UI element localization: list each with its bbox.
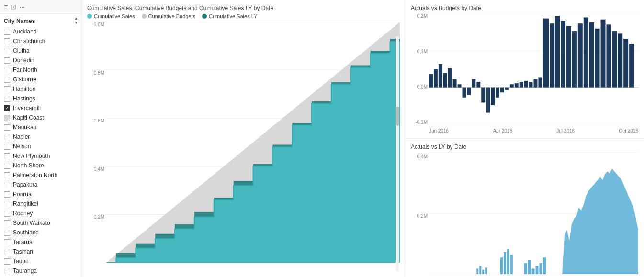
list-item[interactable]: New Plymouth bbox=[0, 151, 82, 161]
list-item[interactable]: Porirua bbox=[0, 189, 82, 199]
left-chart-svg bbox=[106, 22, 400, 263]
list-item[interactable]: North Shore bbox=[0, 161, 82, 170]
checkbox[interactable] bbox=[4, 77, 10, 83]
list-item[interactable]: Rodney bbox=[0, 209, 82, 218]
list-item[interactable]: Christchurch bbox=[0, 36, 82, 46]
right-charts: Actuals vs Budgets by Date 0.2M 0.1M 0.0… bbox=[405, 0, 644, 277]
grid-icon[interactable]: ⊡ bbox=[11, 3, 16, 11]
svg-rect-49 bbox=[520, 82, 523, 88]
checkbox[interactable] bbox=[4, 220, 10, 226]
checkbox[interactable] bbox=[4, 96, 10, 102]
checkbox[interactable] bbox=[4, 67, 10, 73]
list-item[interactable]: Tararua bbox=[0, 237, 82, 247]
scrollbar-track[interactable] bbox=[396, 36, 399, 271]
checkbox[interactable] bbox=[4, 124, 10, 131]
list-item[interactable]: Southland bbox=[0, 228, 82, 237]
list-item[interactable]: Rangitikei bbox=[0, 199, 82, 209]
city-label: Napier bbox=[13, 133, 30, 140]
checkbox[interactable] bbox=[4, 153, 10, 159]
checkbox[interactable] bbox=[4, 239, 10, 245]
svg-rect-47 bbox=[510, 84, 514, 87]
svg-rect-68 bbox=[500, 257, 503, 274]
city-label: Hamilton bbox=[13, 86, 35, 92]
actuals-ly-svg bbox=[429, 152, 638, 274]
scrollbar-thumb[interactable] bbox=[396, 107, 399, 126]
list-item[interactable]: Clutha bbox=[0, 46, 82, 55]
x-label: Apr 2016 bbox=[493, 128, 512, 133]
checkbox[interactable] bbox=[4, 163, 10, 169]
checkbox[interactable] bbox=[4, 29, 10, 35]
svg-rect-37 bbox=[612, 31, 617, 88]
checkbox[interactable] bbox=[4, 57, 10, 64]
checkbox[interactable] bbox=[4, 38, 10, 44]
svg-rect-40 bbox=[629, 44, 634, 88]
x-label: Jan 2016 bbox=[429, 128, 449, 133]
list-item[interactable]: Far North bbox=[0, 65, 82, 75]
checkbox[interactable] bbox=[4, 134, 10, 140]
checkbox[interactable] bbox=[4, 182, 10, 188]
svg-rect-41 bbox=[481, 88, 485, 103]
checkbox[interactable] bbox=[4, 48, 10, 54]
checkbox[interactable] bbox=[4, 258, 10, 265]
checkbox[interactable] bbox=[4, 201, 10, 207]
svg-rect-70 bbox=[507, 249, 509, 274]
svg-rect-32 bbox=[584, 17, 588, 87]
list-item[interactable]: Papakura bbox=[0, 180, 82, 189]
svg-rect-15 bbox=[434, 69, 438, 88]
list-item[interactable]: Auckland bbox=[0, 27, 82, 36]
list-item[interactable]: Hamilton bbox=[0, 84, 82, 94]
list-item[interactable]: Manukau bbox=[0, 122, 82, 132]
city-label: Invercargill bbox=[13, 105, 41, 111]
svg-rect-28 bbox=[561, 21, 565, 88]
svg-rect-22 bbox=[467, 88, 471, 95]
actuals-budgets-svg bbox=[429, 13, 638, 125]
list-item[interactable]: Invercargill bbox=[0, 103, 82, 113]
list-item[interactable]: Taupo bbox=[0, 256, 82, 266]
list-item[interactable]: Tasman bbox=[0, 247, 82, 256]
list-item[interactable]: South Waikato bbox=[0, 218, 82, 228]
more-icon[interactable]: ··· bbox=[19, 3, 25, 11]
checkbox[interactable] bbox=[4, 115, 10, 121]
checkbox[interactable] bbox=[4, 172, 10, 178]
list-item[interactable]: Palmerston North bbox=[0, 170, 82, 180]
svg-rect-69 bbox=[504, 252, 506, 274]
main-area: Cumulative Sales, Cumulative Budgets and… bbox=[82, 0, 644, 277]
list-item[interactable]: Napier bbox=[0, 132, 82, 142]
checkbox[interactable] bbox=[4, 191, 10, 198]
list-item[interactable]: Hastings bbox=[0, 94, 82, 103]
city-label: Rangitikei bbox=[13, 200, 38, 207]
checkbox[interactable] bbox=[4, 230, 10, 236]
checkbox[interactable] bbox=[4, 144, 10, 150]
checkbox[interactable] bbox=[4, 211, 10, 217]
list-item[interactable]: Dunedin bbox=[0, 55, 82, 65]
svg-rect-46 bbox=[505, 88, 509, 90]
sort-desc-icon[interactable]: ▼ bbox=[74, 21, 78, 25]
svg-marker-63 bbox=[562, 169, 638, 274]
legend-label: Cumulative Sales bbox=[94, 13, 135, 19]
svg-rect-20 bbox=[458, 84, 462, 87]
sort-asc-icon[interactable]: ▲ bbox=[74, 17, 78, 21]
city-label: Kapiti Coast bbox=[13, 114, 44, 121]
city-label: Hastings bbox=[13, 95, 35, 102]
actuals-vs-ly-chart: Actuals vs LY by Date 0.4M 0.2M bbox=[405, 139, 644, 277]
x-label: Jul 2016 bbox=[556, 128, 575, 133]
city-list: AucklandChristchurchCluthaDunedinFar Nor… bbox=[0, 27, 82, 277]
checkbox[interactable] bbox=[4, 105, 10, 111]
actuals-vs-budgets-chart: Actuals vs Budgets by Date 0.2M 0.1M 0.0… bbox=[405, 0, 644, 139]
svg-rect-58 bbox=[528, 260, 531, 274]
list-item[interactable]: Kapiti Coast bbox=[0, 113, 82, 122]
city-label: North Shore bbox=[13, 162, 44, 169]
list-item[interactable]: Gisborne bbox=[0, 75, 82, 84]
svg-rect-59 bbox=[532, 268, 535, 274]
svg-rect-33 bbox=[589, 22, 594, 88]
checkbox[interactable] bbox=[4, 86, 10, 92]
list-item[interactable]: Tauranga bbox=[0, 266, 82, 276]
sidebar: ≡ ⊡ ··· City Names ▲ ▼ AucklandChristchu… bbox=[0, 0, 82, 277]
hamburger-icon[interactable]: ≡ bbox=[4, 3, 8, 11]
y-label: 0.4M bbox=[417, 154, 428, 159]
sort-icons[interactable]: ▲ ▼ bbox=[74, 17, 78, 25]
list-item[interactable]: Nelson bbox=[0, 142, 82, 151]
svg-rect-71 bbox=[510, 255, 513, 274]
checkbox[interactable] bbox=[4, 268, 10, 274]
checkbox[interactable] bbox=[4, 249, 10, 255]
